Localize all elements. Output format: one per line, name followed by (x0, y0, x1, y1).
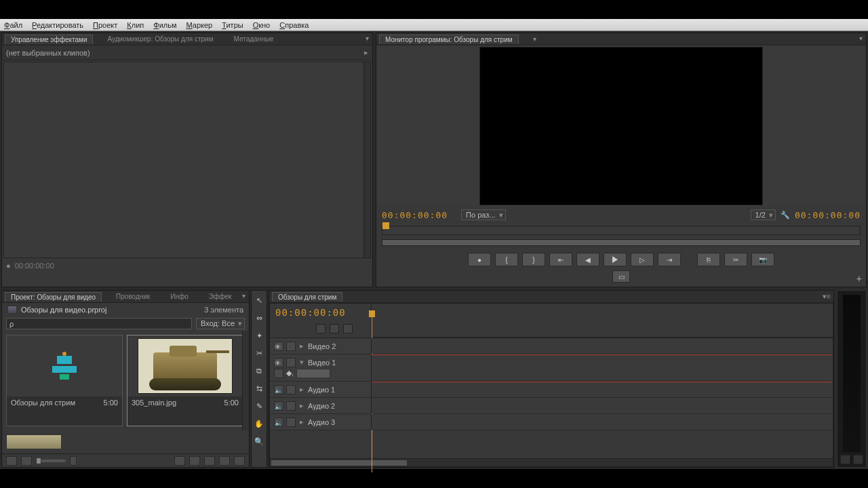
step-forward-button[interactable]: ▷ (631, 253, 654, 266)
out-point-button[interactable]: } (522, 253, 545, 266)
mark-in-button[interactable]: ● (468, 253, 491, 266)
opacity-slider[interactable] (296, 369, 330, 378)
lift-button[interactable]: ⎘ (697, 253, 720, 266)
bin-name: Обзоры для стрим (11, 399, 75, 407)
menu-file[interactable]: Файл (4, 21, 22, 29)
marker-icon[interactable] (330, 324, 339, 333)
panel-menu-icon[interactable]: ▾≡ (823, 292, 831, 301)
filmstrip-preview[interactable] (6, 434, 62, 449)
zoom-fit-dropdown[interactable]: По раз... (461, 209, 505, 220)
slide-tool-icon[interactable]: ⇆ (254, 383, 264, 394)
tab-timeline-sequence[interactable]: Обзоры для стрим (272, 292, 342, 302)
tab-audio-mixer[interactable]: Аудиомикшер: Обзоры для стрим (101, 34, 219, 44)
list-view-icon[interactable] (6, 456, 17, 466)
track-video-1[interactable]: ▾Видео 1 ◆, (270, 354, 833, 382)
tab-dropdown-icon[interactable]: ▾ (527, 34, 542, 44)
track-audio-1[interactable]: ▸Аудио 1 (270, 382, 833, 398)
timeline-horizontal-scrollbar[interactable] (270, 458, 833, 466)
timeline-timecode[interactable]: 00:00:00:00 (275, 307, 346, 318)
menu-help[interactable]: Справка (279, 21, 309, 29)
effect-timecode[interactable]: 00:00:00:00 (15, 262, 54, 270)
effect-controls-panel: Управление эффектами Аудиомикшер: Обзоры… (1, 33, 373, 287)
snap-icon[interactable] (316, 324, 326, 333)
program-zoom-bar[interactable] (382, 239, 861, 246)
play-button[interactable] (604, 253, 627, 266)
go-to-in-button[interactable]: ⇤ (549, 253, 572, 266)
program-scrubber[interactable] (382, 226, 861, 235)
go-to-out-button[interactable]: ⇥ (658, 253, 681, 266)
menu-window[interactable]: Окно (253, 21, 271, 29)
pen-tool-icon[interactable]: ✎ (254, 401, 264, 411)
icon-view-icon[interactable] (21, 456, 32, 466)
settings-icon[interactable] (343, 324, 353, 333)
search-icon[interactable] (189, 456, 200, 466)
add-button[interactable]: + (856, 273, 862, 284)
track-select-tool-icon[interactable]: ⇔ (254, 312, 264, 323)
tab-media-browser[interactable]: Проводник (110, 291, 156, 302)
lock-icon[interactable] (286, 385, 296, 394)
tab-project[interactable]: Проект: Обзоры для видео (5, 292, 102, 302)
resolution-dropdown[interactable]: 1/2 (751, 209, 776, 220)
menu-edit[interactable]: Редактировать (32, 21, 83, 29)
ripple-tool-icon[interactable]: ✦ (254, 330, 264, 341)
track-audio-2[interactable]: ▸Аудио 2 (270, 398, 833, 414)
bin-sequence[interactable]: Обзоры для стрим5:00 (6, 335, 123, 426)
project-icon (7, 306, 17, 314)
chevron-right-icon[interactable]: ▸ (364, 48, 368, 57)
bin-image[interactable]: 305_main.jpg5:00 (127, 335, 243, 426)
effect-timeline-gutter[interactable] (363, 62, 370, 258)
tab-info[interactable]: Инфо (164, 291, 195, 302)
program-timecode-right[interactable]: 00:00:00:00 (795, 211, 861, 220)
menu-marker[interactable]: Маркер (186, 21, 212, 29)
new-item-icon[interactable] (219, 456, 230, 466)
selection-tool-icon[interactable]: ↖ (254, 295, 264, 306)
extract-button[interactable]: ✂ (724, 253, 747, 266)
eye-icon[interactable] (274, 342, 283, 351)
tab-metadata[interactable]: Метаданные (228, 34, 280, 44)
sort-dropdown[interactable]: Вход: Все (196, 318, 245, 329)
menu-project[interactable]: Проект (93, 21, 117, 29)
tab-effect-controls[interactable]: Управление эффектами (5, 35, 93, 44)
speaker-icon[interactable] (274, 385, 283, 394)
program-preview[interactable] (479, 47, 763, 205)
audio-meter[interactable] (843, 295, 861, 452)
step-back-button[interactable]: ◀ (576, 253, 599, 266)
new-bin-icon[interactable] (204, 456, 215, 466)
lock-icon[interactable] (286, 342, 296, 351)
playhead-marker-icon[interactable] (382, 222, 389, 229)
zoom-tool-icon[interactable]: 🔍 (254, 436, 264, 447)
slip-tool-icon[interactable]: ⧉ (254, 365, 264, 376)
sequence-thumb-icon (52, 354, 77, 378)
fx-icon[interactable] (274, 369, 283, 378)
razor-tool-icon[interactable]: ✂ (254, 348, 264, 359)
menu-clip[interactable]: Клип (127, 21, 144, 29)
eye-icon[interactable] (274, 358, 283, 367)
timeline-ruler[interactable] (372, 304, 833, 338)
export-frame-button[interactable]: 📷 (751, 253, 774, 266)
in-point-button[interactable]: { (495, 253, 518, 266)
menu-bar[interactable]: Файл Редактировать Проект Клип Фильм Мар… (0, 19, 868, 31)
search-input[interactable]: ρ (6, 318, 192, 329)
program-timecode-left[interactable]: 00:00:00:00 (382, 211, 448, 220)
thumb-size-slider[interactable] (36, 460, 66, 462)
solo-right-icon[interactable] (853, 455, 863, 464)
menu-titles[interactable]: Титры (222, 21, 243, 29)
hand-tool-icon[interactable]: ✋ (254, 418, 264, 429)
scrollbar-vertical[interactable] (242, 331, 249, 430)
menu-sequence[interactable]: Фильм (153, 21, 176, 29)
track-audio-3[interactable]: ▸Аудио 3 (270, 414, 833, 430)
tab-effects[interactable]: Эффек (203, 291, 238, 302)
speaker-icon[interactable] (274, 418, 283, 427)
safe-margins-button[interactable]: ▭ (612, 270, 630, 283)
tab-program-monitor[interactable]: Монитор программы: Обзоры для стрим (379, 35, 519, 44)
speaker-icon[interactable] (274, 401, 283, 411)
lock-icon[interactable] (286, 418, 296, 427)
wrench-icon[interactable]: 🔧 (780, 209, 791, 220)
lock-icon[interactable] (286, 358, 296, 367)
solo-left-icon[interactable] (840, 455, 850, 464)
track-video-2[interactable]: ▸Видео 2 (270, 338, 833, 354)
lock-icon[interactable] (286, 401, 296, 411)
find-icon[interactable] (174, 456, 185, 466)
trash-icon[interactable] (234, 456, 245, 466)
auto-sequence-icon[interactable] (70, 456, 77, 466)
